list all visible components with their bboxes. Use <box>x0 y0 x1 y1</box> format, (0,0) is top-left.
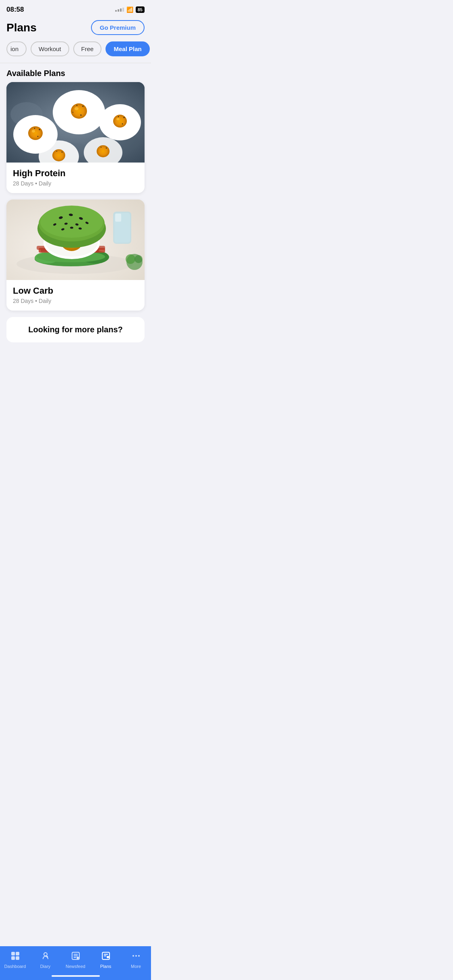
tab-mealplan[interactable]: Meal Plan <box>105 41 149 56</box>
plan-meta-low-carb: 28 Days • Daily <box>13 298 138 304</box>
plan-card-low-carb[interactable]: Low Carb 28 Days • Daily <box>6 200 145 311</box>
burger-image-svg <box>6 200 145 280</box>
plan-title-high-protein: High Protein <box>13 168 138 179</box>
status-time: 08:58 <box>6 6 24 14</box>
egg-image-svg <box>6 82 145 163</box>
svg-point-51 <box>40 206 103 238</box>
svg-point-25 <box>62 152 62 152</box>
svg-point-59 <box>70 227 73 229</box>
battery-indicator: 85 <box>136 6 145 13</box>
wifi-icon: 📶 <box>126 6 133 13</box>
plan-image-high-protein <box>6 82 145 163</box>
plan-card-high-protein[interactable]: High Protein 28 Days • Daily <box>6 82 145 193</box>
plans-list: High Protein 28 Days • Daily <box>0 82 151 311</box>
svg-point-18 <box>113 115 127 128</box>
svg-point-63 <box>126 254 135 264</box>
svg-point-64 <box>134 255 143 263</box>
header: Plans Go Premium <box>0 17 151 40</box>
svg-point-9 <box>81 115 82 116</box>
svg-point-5 <box>71 103 87 119</box>
svg-point-16 <box>37 136 38 137</box>
filter-tabs: ion Workout Free Meal Plan <box>0 40 151 58</box>
svg-point-22 <box>122 124 123 124</box>
more-plans-card: Looking for more plans? <box>6 317 145 342</box>
svg-point-12 <box>28 126 43 140</box>
svg-rect-34 <box>115 214 121 222</box>
svg-point-19 <box>116 118 120 120</box>
tab-nutrition[interactable]: ion <box>6 41 27 56</box>
svg-point-14 <box>39 129 40 130</box>
svg-point-7 <box>83 106 84 107</box>
svg-point-24 <box>52 149 65 161</box>
section-header: Available Plans <box>0 63 151 82</box>
signal-icon <box>115 8 124 12</box>
available-plans-title: Available Plans <box>6 69 65 78</box>
status-bar: 08:58 📶 85 <box>0 0 151 17</box>
page-title: Plans <box>6 21 37 34</box>
status-icons: 📶 85 <box>115 6 145 13</box>
svg-point-20 <box>124 117 125 118</box>
plan-title-low-carb: Low Carb <box>13 286 138 296</box>
svg-point-8 <box>77 105 77 106</box>
svg-point-6 <box>74 107 79 110</box>
filter-tabs-wrapper: ion Workout Free Meal Plan <box>0 40 151 63</box>
svg-point-21 <box>118 116 119 117</box>
more-plans-title: Looking for more plans? <box>13 325 138 334</box>
more-plans-section: Looking for more plans? <box>0 311 151 342</box>
plan-meta-high-protein: 28 Days • Daily <box>13 180 138 187</box>
tab-free[interactable]: Free <box>73 41 102 56</box>
plan-card-body-high-protein: High Protein 28 Days • Daily <box>6 163 145 193</box>
svg-point-30 <box>101 147 101 148</box>
svg-point-29 <box>106 148 107 148</box>
svg-point-28 <box>97 145 110 157</box>
go-premium-button[interactable]: Go Premium <box>91 20 145 35</box>
plan-card-body-low-carb: Low Carb 28 Days • Daily <box>6 280 145 311</box>
svg-point-13 <box>32 130 35 133</box>
plan-image-low-carb <box>6 200 145 280</box>
svg-point-10 <box>72 112 73 113</box>
svg-point-26 <box>56 151 57 152</box>
main-content: Available Plans <box>0 63 151 391</box>
svg-point-15 <box>34 128 35 129</box>
tab-workout[interactable]: Workout <box>31 41 69 56</box>
